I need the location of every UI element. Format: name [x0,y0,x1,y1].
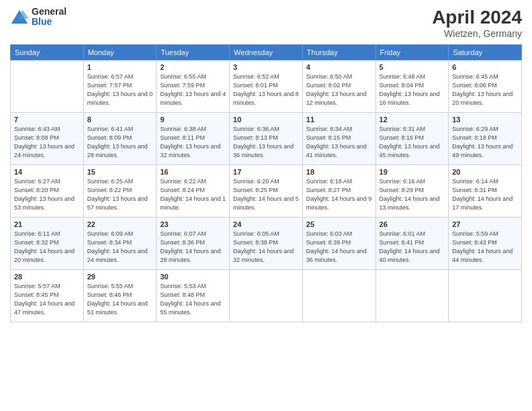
day-info: Sunrise: 6:27 AMSunset: 8:20 PMDaylight:… [14,177,80,212]
day-info: Sunrise: 6:05 AMSunset: 8:38 PMDaylight:… [233,230,299,265]
day-info: Sunrise: 6:29 AMSunset: 8:18 PMDaylight:… [452,125,518,160]
cell-week4-day3: 24Sunrise: 6:05 AMSunset: 8:38 PMDayligh… [230,218,303,270]
col-thursday: Thursday [302,45,375,60]
logo-icon [10,7,29,26]
day-info: Sunrise: 5:53 AMSunset: 8:48 PMDaylight:… [160,282,226,317]
day-info: Sunrise: 6:03 AMSunset: 8:39 PMDaylight:… [306,230,372,265]
cell-week3-day2: 16Sunrise: 6:22 AMSunset: 8:24 PMDayligh… [157,165,230,218]
col-tuesday: Tuesday [157,45,230,60]
week-row-2: 7Sunrise: 6:43 AMSunset: 8:08 PMDaylight… [11,113,522,165]
day-number: 10 [233,116,299,124]
day-info: Sunrise: 6:01 AMSunset: 8:41 PMDaylight:… [380,230,445,265]
day-info: Sunrise: 6:38 AMSunset: 8:11 PMDaylight:… [160,125,226,160]
cell-week1-day3: 3Sunrise: 6:52 AMSunset: 8:01 PMDaylight… [230,60,303,113]
cell-week2-day1: 8Sunrise: 6:41 AMSunset: 8:09 PMDaylight… [83,113,157,165]
page: General Blue April 2024 Wietzen, Germany… [0,0,532,411]
day-info: Sunrise: 6:18 AMSunset: 8:27 PMDaylight:… [306,177,372,212]
day-info: Sunrise: 6:07 AMSunset: 8:36 PMDaylight:… [160,230,226,265]
day-number: 27 [452,220,518,228]
week-row-5: 28Sunrise: 5:57 AMSunset: 8:45 PMDayligh… [11,270,522,322]
header-row: Sunday Monday Tuesday Wednesday Thursday… [11,45,522,60]
cell-week2-day2: 9Sunrise: 6:38 AMSunset: 8:11 PMDaylight… [157,113,230,165]
cell-week4-day5: 26Sunrise: 6:01 AMSunset: 8:41 PMDayligh… [375,218,449,270]
day-number: 14 [14,168,80,176]
cell-week1-day5: 5Sunrise: 6:48 AMSunset: 8:04 PMDaylight… [375,60,449,113]
col-friday: Friday [375,45,449,60]
day-number: 30 [160,273,226,281]
day-info: Sunrise: 5:59 AMSunset: 8:43 PMDaylight:… [452,230,518,265]
day-info: Sunrise: 6:52 AMSunset: 8:01 PMDaylight:… [233,73,299,107]
day-number: 12 [380,116,445,124]
day-info: Sunrise: 6:14 AMSunset: 8:31 PMDaylight:… [452,177,518,212]
cell-week4-day6: 27Sunrise: 5:59 AMSunset: 8:43 PMDayligh… [449,218,522,270]
cell-week5-day6 [449,270,522,322]
col-sunday: Sunday [11,45,84,60]
cell-week5-day5 [375,270,449,322]
day-info: Sunrise: 6:22 AMSunset: 8:24 PMDaylight:… [160,177,226,212]
day-number: 21 [14,220,80,228]
calendar-table: Sunday Monday Tuesday Wednesday Thursday… [10,44,522,322]
day-number: 13 [452,116,518,124]
cell-week1-day2: 2Sunrise: 6:55 AMSunset: 7:59 PMDaylight… [157,60,230,113]
cell-week2-day3: 10Sunrise: 6:36 AMSunset: 8:13 PMDayligh… [230,113,303,165]
day-info: Sunrise: 5:57 AMSunset: 8:45 PMDaylight:… [14,282,80,317]
day-number: 7 [14,116,80,124]
day-info: Sunrise: 6:41 AMSunset: 8:09 PMDaylight:… [87,125,153,160]
title-block: April 2024 Wietzen, Germany [432,7,522,39]
cell-week4-day4: 25Sunrise: 6:03 AMSunset: 8:39 PMDayligh… [302,218,375,270]
col-wednesday: Wednesday [230,45,303,60]
day-number: 16 [160,168,226,176]
day-info: Sunrise: 6:50 AMSunset: 8:02 PMDaylight:… [306,73,372,107]
cell-week4-day0: 21Sunrise: 6:11 AMSunset: 8:32 PMDayligh… [11,218,84,270]
day-number: 24 [233,220,299,228]
day-info: Sunrise: 6:36 AMSunset: 8:13 PMDaylight:… [233,125,299,160]
day-number: 5 [380,63,445,71]
logo-general-text: General [32,7,66,17]
logo-text: General Blue [32,7,66,28]
cell-week5-day3 [230,270,303,322]
cell-week5-day4 [302,270,375,322]
cell-week3-day1: 15Sunrise: 6:25 AMSunset: 8:22 PMDayligh… [83,165,157,218]
day-info: Sunrise: 6:43 AMSunset: 8:08 PMDaylight:… [14,125,80,160]
logo-blue-text: Blue [32,17,66,27]
day-number: 20 [452,168,518,176]
day-info: Sunrise: 6:11 AMSunset: 8:32 PMDaylight:… [14,230,80,265]
cell-week1-day6: 6Sunrise: 6:45 AMSunset: 8:06 PMDaylight… [449,60,522,113]
day-number: 18 [306,168,372,176]
day-number: 19 [380,168,445,176]
day-number: 2 [160,63,226,71]
cell-week1-day0 [11,60,84,113]
day-info: Sunrise: 6:34 AMSunset: 8:15 PMDaylight:… [306,125,372,160]
day-number: 11 [306,116,372,124]
day-number: 3 [233,63,299,71]
day-number: 15 [87,168,153,176]
day-info: Sunrise: 6:45 AMSunset: 8:06 PMDaylight:… [452,73,518,107]
day-info: Sunrise: 6:09 AMSunset: 8:34 PMDaylight:… [87,230,153,265]
week-row-4: 21Sunrise: 6:11 AMSunset: 8:32 PMDayligh… [11,218,522,270]
day-number: 4 [306,63,372,71]
day-info: Sunrise: 6:48 AMSunset: 8:04 PMDaylight:… [380,73,445,107]
cell-week2-day5: 12Sunrise: 6:31 AMSunset: 8:16 PMDayligh… [375,113,449,165]
cell-week5-day2: 30Sunrise: 5:53 AMSunset: 8:48 PMDayligh… [157,270,230,322]
day-number: 25 [306,220,372,228]
cell-week1-day4: 4Sunrise: 6:50 AMSunset: 8:02 PMDaylight… [302,60,375,113]
cell-week5-day1: 29Sunrise: 5:55 AMSunset: 8:46 PMDayligh… [83,270,157,322]
cell-week3-day4: 18Sunrise: 6:18 AMSunset: 8:27 PMDayligh… [302,165,375,218]
day-number: 6 [452,63,518,71]
day-info: Sunrise: 6:25 AMSunset: 8:22 PMDaylight:… [87,177,153,212]
cell-week3-day0: 14Sunrise: 6:27 AMSunset: 8:20 PMDayligh… [11,165,84,218]
cell-week2-day4: 11Sunrise: 6:34 AMSunset: 8:15 PMDayligh… [302,113,375,165]
day-info: Sunrise: 6:20 AMSunset: 8:25 PMDaylight:… [233,177,299,212]
col-monday: Monday [83,45,157,60]
day-number: 17 [233,168,299,176]
day-number: 22 [87,220,153,228]
cell-week4-day2: 23Sunrise: 6:07 AMSunset: 8:36 PMDayligh… [157,218,230,270]
cell-week3-day6: 20Sunrise: 6:14 AMSunset: 8:31 PMDayligh… [449,165,522,218]
day-number: 26 [380,220,445,228]
day-number: 29 [87,273,153,281]
day-number: 9 [160,116,226,124]
week-row-1: 1Sunrise: 6:57 AMSunset: 7:57 PMDaylight… [11,60,522,113]
logo: General Blue [10,7,66,28]
cell-week1-day1: 1Sunrise: 6:57 AMSunset: 7:57 PMDaylight… [83,60,157,113]
day-info: Sunrise: 6:55 AMSunset: 7:59 PMDaylight:… [160,73,226,107]
